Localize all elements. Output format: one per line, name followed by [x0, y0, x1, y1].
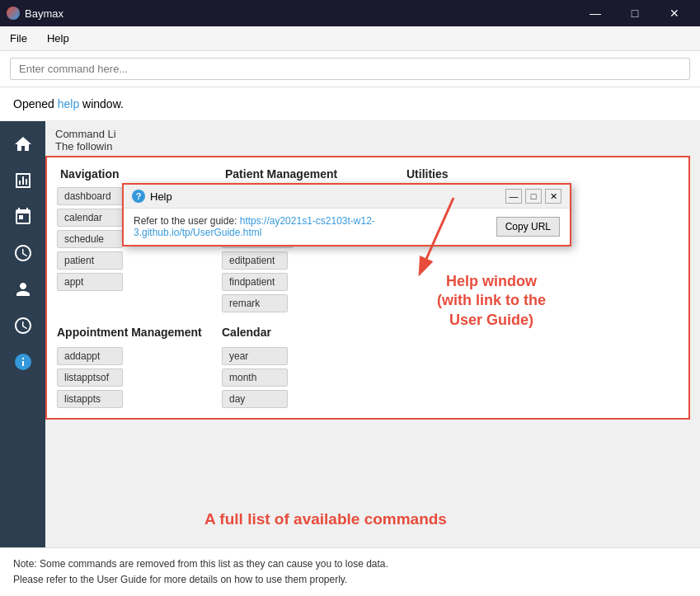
appt-section: Appointment Management addappt listappts… [57, 326, 222, 408]
intro-line1: Command Li [55, 128, 116, 140]
title-bar: Baymax — □ ✕ [0, 0, 700, 26]
cmd-patient[interactable]: patient [57, 251, 123, 270]
intro-line2: The followin [55, 140, 112, 153]
second-section: Appointment Management addappt listappts… [57, 326, 679, 408]
sidebar [0, 121, 45, 584]
cmd-editpatient[interactable]: editpatient [222, 251, 288, 270]
title-bar-left: Baymax [7, 7, 63, 20]
appt-header: Appointment Management [57, 326, 222, 339]
minimize-button[interactable]: — [576, 0, 614, 26]
column-headers: Navigation Patient Management Utilities [57, 167, 679, 181]
cmd-day[interactable]: day [222, 390, 288, 408]
menu-bar: File Help [0, 26, 700, 51]
command-input[interactable] [10, 58, 690, 80]
dialog-title: Help [150, 190, 172, 203]
dialog-help-icon: ? [132, 190, 145, 203]
title-bar-controls: — □ ✕ [576, 0, 693, 26]
dialog-minimize[interactable]: — [505, 189, 522, 204]
note-line2: Please refer to the User Guide for more … [13, 572, 687, 588]
bottom-note: Note: Some commands are removed from thi… [0, 547, 700, 596]
app-icon [7, 7, 20, 20]
sidebar-item-home[interactable] [7, 128, 40, 161]
pm-header: Patient Management [225, 167, 406, 181]
dialog-title-left: ? Help [132, 190, 172, 203]
cmd-year[interactable]: year [222, 347, 288, 365]
dialog-url-text: Refer to the user guide: https://ay2021s… [134, 215, 490, 238]
cmd-remark[interactable]: remark [222, 294, 288, 312]
sidebar-item-appt[interactable] [7, 309, 40, 342]
cmd-findpatient[interactable]: findpatient [222, 273, 288, 291]
cmd-listapptsof[interactable]: listapptsof [57, 368, 123, 387]
menu-file[interactable]: File [7, 31, 31, 46]
cmd-dashboard[interactable]: dashboard [57, 187, 123, 205]
dialog-body: Refer to the user guide: https://ay2021s… [124, 209, 570, 245]
cmd-schedule[interactable]: schedule [57, 230, 123, 248]
sidebar-item-chart[interactable] [7, 164, 40, 197]
nav-header: Navigation [60, 167, 225, 181]
cal-section: Calendar year month day [222, 326, 403, 408]
cmd-addappt[interactable]: addappt [57, 347, 123, 365]
maximize-button[interactable]: □ [616, 0, 654, 26]
app-title: Baymax [25, 7, 63, 20]
menu-help[interactable]: Help [44, 31, 73, 46]
command-list-intro: Command Li The followin [45, 121, 700, 156]
sidebar-item-clock[interactable] [7, 237, 40, 270]
util-header: Utilities [406, 167, 538, 181]
status-highlight: help [58, 97, 79, 110]
status-text-after: window. [79, 97, 124, 110]
copy-url-button[interactable]: Copy URL [496, 217, 560, 237]
cal-header: Calendar [222, 326, 403, 339]
cmd-month[interactable]: month [222, 368, 288, 387]
sidebar-item-info[interactable] [7, 345, 40, 378]
cmd-appt[interactable]: appt [57, 273, 123, 291]
close-button[interactable]: ✕ [655, 0, 693, 26]
sidebar-item-calendar[interactable] [7, 200, 40, 233]
cmd-listappts[interactable]: listappts [57, 390, 123, 408]
status-area: Opened help window. [0, 87, 700, 121]
note-line1: Note: Some commands are removed from thi… [13, 556, 687, 572]
command-bar [0, 51, 700, 87]
dialog-maximize[interactable]: □ [525, 189, 542, 204]
sidebar-item-patient[interactable] [7, 273, 40, 306]
dialog-title-bar: ? Help — □ ✕ [124, 185, 570, 209]
cmd-calendar[interactable]: calendar [57, 209, 123, 227]
dialog-controls: — □ ✕ [505, 189, 561, 204]
help-dialog: ? Help — □ ✕ Refer to the user guide: ht… [122, 183, 571, 246]
status-text-before: Opened [13, 97, 58, 110]
dialog-close[interactable]: ✕ [545, 189, 561, 204]
url-label: Refer to the user guide: [134, 215, 240, 227]
